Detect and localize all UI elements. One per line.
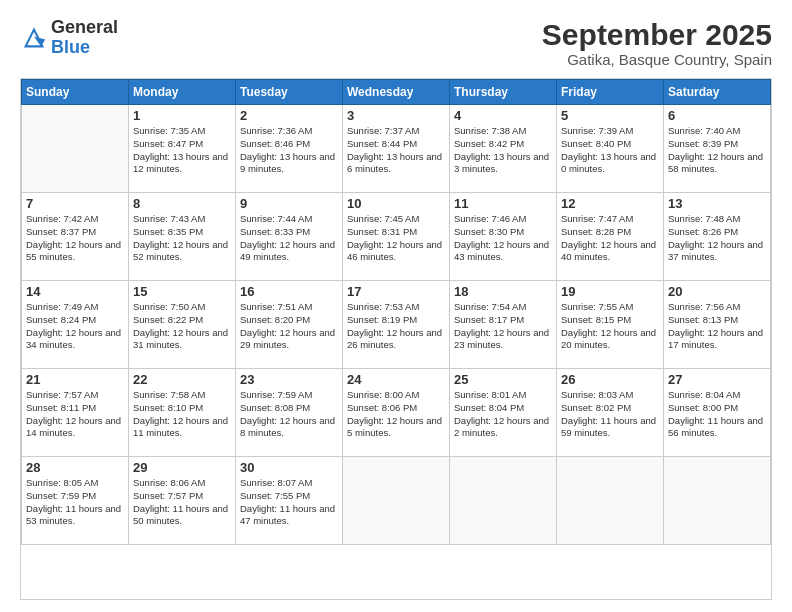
day-number: 23 bbox=[240, 372, 338, 387]
calendar-header: SundayMondayTuesdayWednesdayThursdayFrid… bbox=[22, 80, 771, 105]
calendar-cell: 8Sunrise: 7:43 AM Sunset: 8:35 PM Daylig… bbox=[129, 193, 236, 281]
col-header-sunday: Sunday bbox=[22, 80, 129, 105]
calendar-cell: 4Sunrise: 7:38 AM Sunset: 8:42 PM Daylig… bbox=[450, 105, 557, 193]
day-number: 17 bbox=[347, 284, 445, 299]
day-info: Sunrise: 7:49 AM Sunset: 8:24 PM Dayligh… bbox=[26, 301, 124, 352]
day-number: 28 bbox=[26, 460, 124, 475]
day-info: Sunrise: 7:51 AM Sunset: 8:20 PM Dayligh… bbox=[240, 301, 338, 352]
logo-icon bbox=[20, 24, 48, 52]
col-header-tuesday: Tuesday bbox=[236, 80, 343, 105]
day-number: 14 bbox=[26, 284, 124, 299]
day-number: 10 bbox=[347, 196, 445, 211]
calendar-cell: 7Sunrise: 7:42 AM Sunset: 8:37 PM Daylig… bbox=[22, 193, 129, 281]
day-info: Sunrise: 7:48 AM Sunset: 8:26 PM Dayligh… bbox=[668, 213, 766, 264]
day-info: Sunrise: 7:43 AM Sunset: 8:35 PM Dayligh… bbox=[133, 213, 231, 264]
day-number: 2 bbox=[240, 108, 338, 123]
day-info: Sunrise: 7:40 AM Sunset: 8:39 PM Dayligh… bbox=[668, 125, 766, 176]
day-number: 7 bbox=[26, 196, 124, 211]
day-number: 21 bbox=[26, 372, 124, 387]
day-number: 29 bbox=[133, 460, 231, 475]
calendar-cell bbox=[343, 457, 450, 545]
calendar-cell: 14Sunrise: 7:49 AM Sunset: 8:24 PM Dayli… bbox=[22, 281, 129, 369]
day-number: 30 bbox=[240, 460, 338, 475]
calendar-cell bbox=[450, 457, 557, 545]
calendar-cell: 16Sunrise: 7:51 AM Sunset: 8:20 PM Dayli… bbox=[236, 281, 343, 369]
day-info: Sunrise: 7:45 AM Sunset: 8:31 PM Dayligh… bbox=[347, 213, 445, 264]
calendar-cell: 15Sunrise: 7:50 AM Sunset: 8:22 PM Dayli… bbox=[129, 281, 236, 369]
col-header-saturday: Saturday bbox=[664, 80, 771, 105]
day-number: 9 bbox=[240, 196, 338, 211]
calendar-cell: 29Sunrise: 8:06 AM Sunset: 7:57 PM Dayli… bbox=[129, 457, 236, 545]
day-info: Sunrise: 7:46 AM Sunset: 8:30 PM Dayligh… bbox=[454, 213, 552, 264]
logo-blue-text: Blue bbox=[51, 38, 118, 58]
header: General Blue September 2025 Gatika, Basq… bbox=[20, 18, 772, 68]
day-number: 19 bbox=[561, 284, 659, 299]
calendar-cell: 11Sunrise: 7:46 AM Sunset: 8:30 PM Dayli… bbox=[450, 193, 557, 281]
col-header-wednesday: Wednesday bbox=[343, 80, 450, 105]
day-number: 15 bbox=[133, 284, 231, 299]
day-number: 25 bbox=[454, 372, 552, 387]
day-info: Sunrise: 7:54 AM Sunset: 8:17 PM Dayligh… bbox=[454, 301, 552, 352]
calendar-cell bbox=[557, 457, 664, 545]
logo: General Blue bbox=[20, 18, 118, 58]
page-title: September 2025 bbox=[542, 18, 772, 51]
calendar-cell: 5Sunrise: 7:39 AM Sunset: 8:40 PM Daylig… bbox=[557, 105, 664, 193]
day-number: 16 bbox=[240, 284, 338, 299]
calendar-cell: 3Sunrise: 7:37 AM Sunset: 8:44 PM Daylig… bbox=[343, 105, 450, 193]
day-number: 22 bbox=[133, 372, 231, 387]
calendar-cell: 9Sunrise: 7:44 AM Sunset: 8:33 PM Daylig… bbox=[236, 193, 343, 281]
calendar-cell: 13Sunrise: 7:48 AM Sunset: 8:26 PM Dayli… bbox=[664, 193, 771, 281]
calendar-cell: 17Sunrise: 7:53 AM Sunset: 8:19 PM Dayli… bbox=[343, 281, 450, 369]
day-info: Sunrise: 8:01 AM Sunset: 8:04 PM Dayligh… bbox=[454, 389, 552, 440]
day-info: Sunrise: 7:38 AM Sunset: 8:42 PM Dayligh… bbox=[454, 125, 552, 176]
calendar-cell: 18Sunrise: 7:54 AM Sunset: 8:17 PM Dayli… bbox=[450, 281, 557, 369]
calendar-cell: 25Sunrise: 8:01 AM Sunset: 8:04 PM Dayli… bbox=[450, 369, 557, 457]
day-info: Sunrise: 7:58 AM Sunset: 8:10 PM Dayligh… bbox=[133, 389, 231, 440]
day-info: Sunrise: 7:35 AM Sunset: 8:47 PM Dayligh… bbox=[133, 125, 231, 176]
day-info: Sunrise: 8:05 AM Sunset: 7:59 PM Dayligh… bbox=[26, 477, 124, 528]
logo-general-text: General bbox=[51, 18, 118, 38]
calendar-cell: 21Sunrise: 7:57 AM Sunset: 8:11 PM Dayli… bbox=[22, 369, 129, 457]
calendar-cell: 19Sunrise: 7:55 AM Sunset: 8:15 PM Dayli… bbox=[557, 281, 664, 369]
col-header-monday: Monday bbox=[129, 80, 236, 105]
col-header-thursday: Thursday bbox=[450, 80, 557, 105]
svg-marker-1 bbox=[34, 36, 45, 46]
day-info: Sunrise: 7:50 AM Sunset: 8:22 PM Dayligh… bbox=[133, 301, 231, 352]
day-info: Sunrise: 8:06 AM Sunset: 7:57 PM Dayligh… bbox=[133, 477, 231, 528]
day-number: 3 bbox=[347, 108, 445, 123]
day-number: 5 bbox=[561, 108, 659, 123]
day-info: Sunrise: 7:39 AM Sunset: 8:40 PM Dayligh… bbox=[561, 125, 659, 176]
day-number: 13 bbox=[668, 196, 766, 211]
calendar-cell bbox=[664, 457, 771, 545]
calendar-cell: 28Sunrise: 8:05 AM Sunset: 7:59 PM Dayli… bbox=[22, 457, 129, 545]
day-number: 18 bbox=[454, 284, 552, 299]
calendar-cell: 10Sunrise: 7:45 AM Sunset: 8:31 PM Dayli… bbox=[343, 193, 450, 281]
day-number: 6 bbox=[668, 108, 766, 123]
calendar-cell: 27Sunrise: 8:04 AM Sunset: 8:00 PM Dayli… bbox=[664, 369, 771, 457]
title-block: September 2025 Gatika, Basque Country, S… bbox=[542, 18, 772, 68]
calendar-cell: 30Sunrise: 8:07 AM Sunset: 7:55 PM Dayli… bbox=[236, 457, 343, 545]
day-number: 11 bbox=[454, 196, 552, 211]
day-number: 1 bbox=[133, 108, 231, 123]
col-header-friday: Friday bbox=[557, 80, 664, 105]
calendar-cell: 1Sunrise: 7:35 AM Sunset: 8:47 PM Daylig… bbox=[129, 105, 236, 193]
day-number: 4 bbox=[454, 108, 552, 123]
day-number: 20 bbox=[668, 284, 766, 299]
day-number: 24 bbox=[347, 372, 445, 387]
calendar: SundayMondayTuesdayWednesdayThursdayFrid… bbox=[20, 78, 772, 600]
calendar-cell bbox=[22, 105, 129, 193]
calendar-cell: 6Sunrise: 7:40 AM Sunset: 8:39 PM Daylig… bbox=[664, 105, 771, 193]
page-subtitle: Gatika, Basque Country, Spain bbox=[542, 51, 772, 68]
day-info: Sunrise: 8:00 AM Sunset: 8:06 PM Dayligh… bbox=[347, 389, 445, 440]
calendar-cell: 26Sunrise: 8:03 AM Sunset: 8:02 PM Dayli… bbox=[557, 369, 664, 457]
day-number: 27 bbox=[668, 372, 766, 387]
day-number: 12 bbox=[561, 196, 659, 211]
day-info: Sunrise: 7:57 AM Sunset: 8:11 PM Dayligh… bbox=[26, 389, 124, 440]
day-info: Sunrise: 7:56 AM Sunset: 8:13 PM Dayligh… bbox=[668, 301, 766, 352]
day-info: Sunrise: 7:36 AM Sunset: 8:46 PM Dayligh… bbox=[240, 125, 338, 176]
day-info: Sunrise: 8:03 AM Sunset: 8:02 PM Dayligh… bbox=[561, 389, 659, 440]
calendar-cell: 20Sunrise: 7:56 AM Sunset: 8:13 PM Dayli… bbox=[664, 281, 771, 369]
day-info: Sunrise: 7:44 AM Sunset: 8:33 PM Dayligh… bbox=[240, 213, 338, 264]
calendar-cell: 12Sunrise: 7:47 AM Sunset: 8:28 PM Dayli… bbox=[557, 193, 664, 281]
day-info: Sunrise: 7:59 AM Sunset: 8:08 PM Dayligh… bbox=[240, 389, 338, 440]
